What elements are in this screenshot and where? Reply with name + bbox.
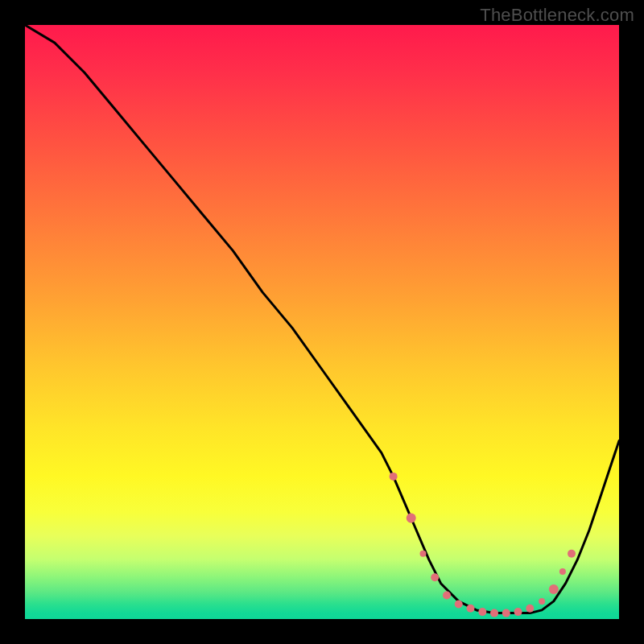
curve-dot	[549, 584, 559, 594]
watermark-text: TheBottleneck.com	[480, 5, 634, 26]
curve-dot	[443, 592, 451, 600]
curve-dot	[514, 608, 522, 616]
curve-dot	[455, 601, 463, 609]
curve-dot	[559, 568, 566, 575]
curve-dots	[390, 473, 576, 617]
curve-dot	[467, 605, 475, 613]
curve-dot	[420, 551, 427, 557]
curve-dot	[478, 608, 486, 616]
curve-dot	[407, 514, 416, 523]
curve-dot	[526, 605, 534, 613]
chart-plot-area	[25, 25, 619, 619]
chart-svg	[25, 25, 619, 619]
curve-dot	[490, 609, 498, 617]
bottleneck-curve	[25, 25, 619, 613]
curve-dot	[502, 609, 510, 617]
curve-dot	[431, 573, 439, 581]
curve-dot	[539, 598, 545, 605]
curve-dot	[568, 550, 576, 558]
curve-dot	[390, 473, 398, 481]
chart-frame: TheBottleneck.com	[0, 0, 644, 644]
